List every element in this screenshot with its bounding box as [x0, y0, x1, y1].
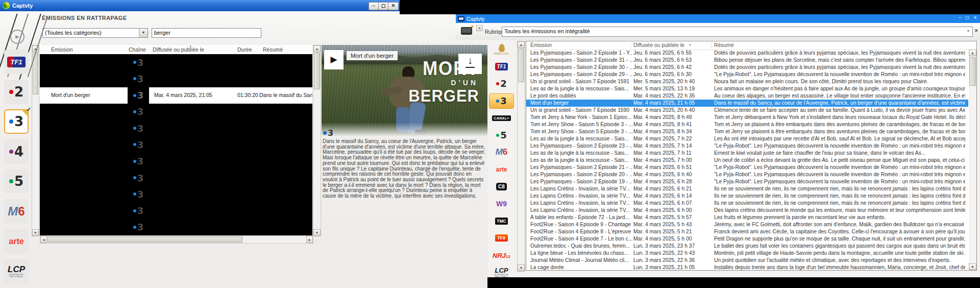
col-diffusee[interactable]: Diffusée ou publiée le — [633, 42, 684, 48]
scrollbar-thumb[interactable] — [518, 49, 524, 82]
clear-icon[interactable]: ✕ — [974, 28, 978, 33]
table-row[interactable]: 3 — [40, 170, 312, 186]
wizard-tv-icon[interactable]: ✦ — [461, 25, 474, 37]
table-row[interactable]: 3 — [40, 186, 312, 202]
list-row[interactable]: Les Pyjamasques - Saison 2 Épisode 21 - … — [526, 164, 968, 171]
list-row[interactable]: Tom et Jerry Show - Saison 5 Épisode 3 -… — [526, 121, 968, 128]
table-row[interactable]: 3 — [40, 120, 312, 136]
list-row[interactable]: Les as de la jungle à la rescousse - Sai… — [526, 85, 968, 92]
sidebar-item-m6[interactable]: M6 — [4, 199, 29, 224]
sidebar-item-lcp[interactable]: LCPASSEMBLÉE NATIONALE — [4, 259, 29, 283]
sidebar-item-f2[interactable]: 2 — [487, 75, 516, 92]
sidebar-item-f3[interactable]: 3 — [489, 93, 514, 109]
list-row[interactable]: Foot2Rue - Saison 4 Épisode 8 - L'épreuv… — [526, 228, 968, 235]
play-button[interactable]: ▶ — [324, 50, 344, 69]
download-button[interactable]: ↓ — [458, 54, 482, 74]
table-row[interactable]: 3 — [40, 136, 312, 153]
scroll-down-icon[interactable]: ▼ — [969, 263, 976, 270]
sidebar-item-f2[interactable]: 2 — [4, 80, 29, 104]
sidebar-item-canal[interactable]: CANAL+ — [487, 109, 516, 127]
scroll-up-icon[interactable]: ▲ — [969, 50, 976, 56]
list-row[interactable]: Le pont des oubliésMar. 4 mars 2025, 22 … — [526, 92, 968, 100]
list-row[interactable]: Les as de la jungle à la rescousse - Sai… — [526, 135, 968, 142]
close-button[interactable]: ✕ — [388, 2, 399, 10]
list-row[interactable]: Journal Météo Climat - Journal Météo cli… — [526, 257, 968, 264]
sidebar-item-w9[interactable]: W9 — [487, 195, 516, 212]
right-window-buttons[interactable]: ─ ▢ ✕ — [959, 15, 978, 20]
list-row[interactable]: Les Pyjamasques - Saison 2 Épisode 31 - … — [526, 57, 968, 64]
maximize-button[interactable]: ▢ — [378, 2, 388, 10]
scroll-right-icon[interactable]: ► — [306, 236, 313, 243]
col-emission[interactable]: Émission — [51, 46, 73, 53]
sidebar-item-f4[interactable]: 4 — [4, 139, 29, 164]
list-scrollbar[interactable]: ▲ ▼ — [969, 50, 976, 270]
list-row[interactable]: Les Pyjamasques - Saison 2 Épisode 19 - … — [526, 178, 968, 185]
scroll-left-icon[interactable]: ◄ — [40, 236, 47, 243]
list-row[interactable]: La ligne bleue - Les bénévoles du chass.… — [526, 250, 968, 257]
sidebar-item-lcp[interactable]: LCPASSEMBLÉE NATIONALE — [487, 264, 516, 281]
sidebar-item-nrj12[interactable]: NRJ12 — [487, 247, 516, 264]
sidebar-item-m6[interactable]: M6 — [487, 144, 516, 161]
list-row[interactable]: Les Pyjamasques - Saison 2 Épisode 20 - … — [526, 171, 968, 178]
table-vscrollbar[interactable]: ▲ ▼ — [313, 45, 321, 236]
table-row[interactable]: 3 — [40, 219, 312, 235]
table-row-selected[interactable]: 3Mort d'un bergerMar. 4 mars 2025, 21:05… — [40, 87, 312, 104]
sidebar-item-tmc[interactable]: TMC — [487, 212, 516, 230]
list-row[interactable]: Les Lapins Crétins - Invasion, la série … — [526, 207, 968, 214]
minimize-button[interactable]: ─ — [369, 2, 379, 10]
list-row[interactable]: Les as de la jungle à la rescousse - Sai… — [526, 150, 968, 157]
category-dropdown[interactable]: (Toutes les catégories) ▼ — [42, 28, 148, 38]
sidebar-item-f5[interactable]: 5 — [4, 169, 29, 194]
table-row[interactable]: 3 — [40, 202, 312, 219]
list-row[interactable]: Les Pyjamasques - Saison 2 Épisode 30 - … — [526, 64, 968, 71]
list-row[interactable]: A table les enfants - Épisode 72 - La ja… — [526, 214, 968, 221]
list-row[interactable]: Outremer.ledoc - Quai des brunes, femm..… — [526, 243, 968, 250]
sidebar-item-c8[interactable]: C8 — [487, 178, 516, 196]
table-row[interactable]: 3 — [40, 153, 312, 170]
scroll-down-icon[interactable]: ▼ — [518, 265, 525, 271]
list-row[interactable]: Les Pyjamasques - Saison 2 Épisode 23 - … — [526, 142, 968, 150]
table-row[interactable]: 3 — [40, 104, 312, 120]
col-duree[interactable]: Durée — [237, 46, 252, 53]
left-window-titlebar[interactable]: Captvty ─ ▢ ✕ — [0, 0, 400, 11]
rail-scrollbar[interactable]: ▲ ▼ — [517, 41, 525, 272]
scroll-up-icon[interactable]: ▲ — [476, 25, 483, 31]
table-row[interactable]: 3 — [40, 70, 312, 87]
list-row[interactable]: Tom et Jerry à New York - Saison 1 Épiso… — [526, 114, 968, 121]
list-row[interactable]: Un si grand soleil - Saison 7 Épisode 15… — [526, 78, 968, 85]
chevron-down-icon[interactable]: ▼ — [139, 29, 148, 37]
col-chaine[interactable]: Chaîne — [129, 46, 146, 53]
list-row[interactable]: Foot2Rue - Saison 4 Épisode 7 - Le bon c… — [526, 235, 968, 243]
list-row[interactable]: Foot2Rue - Saison 4 Épisode 9 - Chantage… — [526, 221, 968, 228]
list-row[interactable]: Les Lapins Crétins - Invasion, la série … — [526, 200, 968, 207]
scrollbar-thumb[interactable] — [969, 57, 976, 86]
scroll-up-icon[interactable]: ▲ — [518, 41, 525, 48]
list-row[interactable]: Les Lapins Crétins - Invasion, la série … — [526, 185, 968, 193]
sidebar-item-tfx[interactable]: TFX — [487, 230, 516, 247]
sidebar-item-paris24[interactable]: PARIS 2024 — [487, 41, 516, 58]
scroll-down-icon[interactable]: ▼ — [313, 229, 321, 236]
sidebar-item-arte[interactable]: arte — [487, 161, 516, 178]
scrollbar-thumb[interactable] — [47, 236, 242, 243]
chevron-down-icon[interactable]: ▼ — [964, 27, 972, 36]
scroll-down-icon[interactable]: ▼ — [32, 229, 39, 236]
list-row[interactable]: La cage doréeLun. 3 mars 2025, 21 h 05In… — [526, 264, 968, 270]
list-row[interactable]: Un si grand soleil - Saison 7 Épisode 15… — [526, 107, 968, 114]
sidebar-item-tf1[interactable]: TF1 — [487, 58, 516, 76]
rubrique-dropdown[interactable]: Toutes les émissions en intégralité ▼ — [502, 27, 973, 37]
list-row[interactable]: Les Lapins Crétins - Invasion, la série … — [526, 193, 968, 200]
list-row[interactable]: Les Pyjamasques - Saison 2 Épisode 29 - … — [526, 71, 968, 78]
col-diffusee[interactable]: Diffusée ou publiée le — [153, 46, 204, 53]
scroll-up-icon[interactable]: ▲ — [313, 45, 321, 52]
list-row[interactable]: Les Pyjamasques - Saison 2 Épisode 1 - Y… — [526, 50, 968, 57]
sidebar-item-f3[interactable]: 3✓ — [4, 109, 29, 134]
col-resume[interactable]: Résumé — [714, 42, 734, 48]
scrollbar-thumb[interactable] — [314, 53, 320, 89]
table-hscrollbar[interactable]: ◄ ► — [40, 235, 313, 244]
sidebar-item-tf1[interactable]: TF1 — [4, 50, 29, 74]
list-row-selected[interactable]: Mort d'un bergerMar. 4 mars 2025, 21 h 0… — [526, 100, 968, 107]
col-resume[interactable]: Résumé — [263, 46, 283, 53]
search-input[interactable]: berger — [152, 28, 261, 38]
list-row[interactable]: Tom et Jerry Show - Saison 5 Épisode 3 -… — [526, 128, 968, 135]
list-row[interactable]: Les as de la jungle à la rescousse - Sai… — [526, 157, 968, 164]
